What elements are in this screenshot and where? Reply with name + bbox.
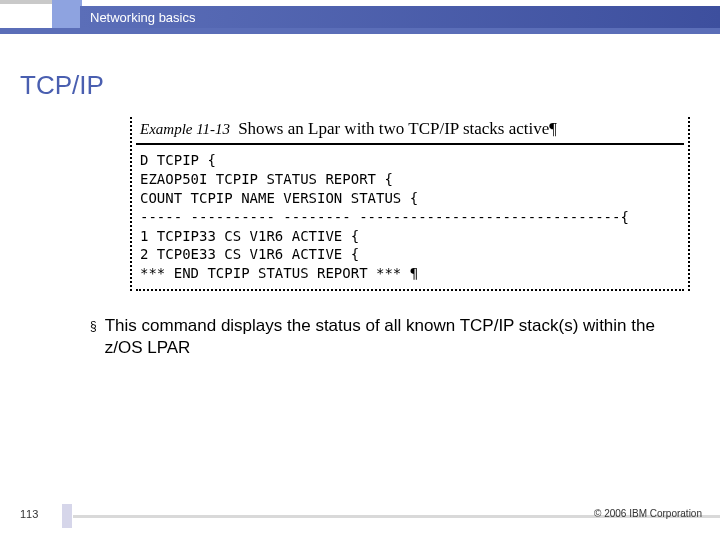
decor-purple-strip (0, 28, 720, 34)
slide-title: TCP/IP (20, 70, 720, 101)
copyright-text: © 2006 IBM Corporation (594, 508, 702, 519)
terminal-line: 1 TCPIP33 CS V1R6 ACTIVE { (140, 228, 359, 244)
footer: 113 © 2006 IBM Corporation (0, 506, 720, 526)
terminal-line: *** END TCPIP STATUS REPORT *** ¶ (140, 265, 418, 281)
example-frame: Example 11-13 Shows an Lpar with two TCP… (130, 117, 690, 291)
bullet-text: This command displays the status of all … (105, 315, 660, 359)
divider-dotted (136, 289, 684, 291)
header-title: Networking basics (90, 10, 196, 25)
example-label: Example 11-13 (140, 121, 230, 138)
bullet-item: § This command displays the status of al… (90, 315, 660, 359)
bullet-list: § This command displays the status of al… (90, 315, 660, 359)
example-block: Example 11-13 Shows an Lpar with two TCP… (130, 117, 690, 291)
example-header: Example 11-13 Shows an Lpar with two TCP… (136, 117, 684, 141)
decor-purple-square (52, 0, 82, 30)
bullet-marker-icon: § (90, 315, 97, 359)
header-bar: Networking basics (80, 6, 720, 28)
terminal-line: COUNT TCPIP NAME VERSION STATUS { (140, 190, 418, 206)
divider-solid (136, 143, 684, 145)
terminal-line: ----- ---------- -------- --------------… (140, 209, 629, 225)
terminal-line: 2 TCP0E33 CS V1R6 ACTIVE { (140, 246, 359, 262)
example-caption: Shows an Lpar with two TCP/IP stacks act… (238, 119, 557, 139)
terminal-line: EZAOP50I TCPIP STATUS REPORT { (140, 171, 393, 187)
page-number: 113 (20, 508, 38, 520)
header: Networking basics (0, 0, 720, 42)
terminal-output: D TCPIP { EZAOP50I TCPIP STATUS REPORT {… (136, 147, 684, 287)
footer-decor-bar (60, 504, 74, 528)
decor-gray-bar (0, 0, 60, 4)
terminal-line: D TCPIP { (140, 152, 216, 168)
